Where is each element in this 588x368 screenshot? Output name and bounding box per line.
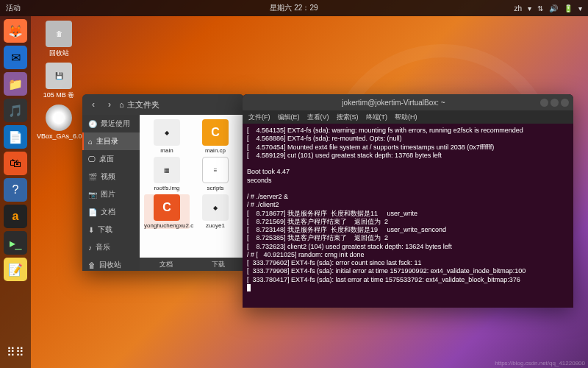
file-main-cp[interactable]: Cmain.cp <box>193 119 238 154</box>
dock-app-files[interactable]: 📁 <box>4 72 27 96</box>
files-sidebar: 🕘最近使用 ⌂主目录 🖵桌面 🎬视频 📷图片 📄文档 ⬇下载 ♪音乐 🗑回收站 … <box>82 115 140 271</box>
desktop-icon-disc[interactable]: VBox_GAs_6.0.12 <box>37 105 81 140</box>
video-icon: 🎬 <box>88 173 97 181</box>
menu-help[interactable]: 帮助(H) <box>395 113 417 122</box>
breadcrumb-label[interactable]: 主文件夹 <box>127 99 159 110</box>
dock-app-help[interactable]: ? <box>4 178 27 202</box>
menu-file[interactable]: 文件(F) <box>248 113 270 122</box>
dock-app-software[interactable]: 🛍 <box>4 152 27 175</box>
home-icon: ⌂ <box>88 138 93 146</box>
sidebar-item-desktop[interactable]: 🖵桌面 <box>82 150 140 168</box>
download-icon: ⬇ <box>88 226 94 234</box>
dock-app-writer[interactable]: 📄 <box>4 125 27 149</box>
music-icon: ♪ <box>88 244 92 252</box>
dock-app-thunderbird[interactable]: ✉ <box>4 46 27 69</box>
volume-icon[interactable]: 🔊 <box>549 4 558 13</box>
files-grid[interactable]: ◆main Cmain.cp ▦rootfs.img ≡scripts Cyon… <box>140 115 244 271</box>
clock-datetime[interactable]: 星期六 22：29 <box>270 3 318 13</box>
indicator-separator: ▾ <box>528 4 531 13</box>
dock-app-terminal[interactable]: ▸_ <box>4 231 27 255</box>
network-icon[interactable]: ⇅ <box>537 4 543 13</box>
top-bar: 活动 星期六 22：29 zh ▾ ⇅ 🔊 🔋 ▾ <box>0 0 588 16</box>
terminal-title: jokertim@jokertim-VirtualBox: ~ <box>342 99 445 107</box>
dock-app-notes[interactable]: 📝 <box>4 258 27 281</box>
files-titlebar[interactable]: ‹ › ⌂主文件夹 <box>82 94 244 115</box>
maximize-button[interactable] <box>551 99 559 107</box>
minimize-button[interactable] <box>540 99 548 107</box>
input-method-indicator[interactable]: zh <box>514 4 522 13</box>
dock-app-firefox[interactable]: 🦊 <box>4 19 27 43</box>
files-window: ‹ › ⌂主文件夹 🕘最近使用 ⌂主目录 🖵桌面 🎬视频 📷图片 📄文档 ⬇下载… <box>82 94 244 271</box>
sidebar-item-home[interactable]: ⌂主目录 <box>82 132 140 150</box>
doc-icon: 📄 <box>88 208 97 216</box>
file-zuoye1[interactable]: ◆zuoye1 <box>193 194 238 229</box>
file-yonghuchengxu2[interactable]: Cyonghuchengxu2.c <box>144 194 190 229</box>
desktop-icon: 🖵 <box>88 155 96 163</box>
terminal-content[interactable]: [ 4.564135] EXT4-fs (sda): warning: moun… <box>243 124 573 308</box>
desktop-icons: 🗑回收站 💾105 MB 卷 VBox_GAs_6.0.12 <box>37 21 81 140</box>
photo-icon: 📷 <box>88 191 97 199</box>
activities-button[interactable]: 活动 <box>6 3 21 13</box>
menu-terminal[interactable]: 终端(T) <box>366 113 388 122</box>
sidebar-item-documents[interactable]: 📄文档 <box>82 203 140 221</box>
nav-forward-button[interactable]: › <box>103 98 116 111</box>
home-icon: ⌂ <box>119 100 124 109</box>
watermark-text: https://blog.csdn.net/qq_41220800 <box>495 360 585 367</box>
close-button[interactable] <box>561 99 569 107</box>
trash-icon: 🗑 <box>88 261 96 269</box>
dock-app-amazon[interactable]: a <box>4 205 27 228</box>
power-icon[interactable]: ▾ <box>578 4 582 13</box>
sidebar-item-trash[interactable]: 🗑回收站 <box>82 256 140 271</box>
menu-edit[interactable]: 编辑(E) <box>278 113 300 122</box>
terminal-titlebar[interactable]: jokertim@jokertim-VirtualBox: ~ <box>243 94 573 110</box>
show-applications-button[interactable]: ⠿⠿ <box>4 340 27 364</box>
dock: 🦊 ✉ 📁 🎵 📄 🛍 ? a ▸_ 📝 ⠿⠿ <box>0 16 31 368</box>
cursor-icon <box>247 284 251 291</box>
sidebar-item-music[interactable]: ♪音乐 <box>82 238 140 256</box>
desktop-icon-trash[interactable]: 🗑回收站 <box>37 21 81 58</box>
file-rootfs[interactable]: ▦rootfs.img <box>144 157 190 191</box>
sidebar-item-videos[interactable]: 🎬视频 <box>82 168 140 185</box>
terminal-window: jokertim@jokertim-VirtualBox: ~ 文件(F) 编辑… <box>243 94 573 308</box>
battery-icon[interactable]: 🔋 <box>564 4 573 13</box>
file-main[interactable]: ◆main <box>144 119 190 154</box>
desktop-icon-drive[interactable]: 💾105 MB 卷 <box>37 63 81 100</box>
file-scripts[interactable]: ≡scripts <box>193 157 238 191</box>
menu-search[interactable]: 搜索(S) <box>337 113 359 122</box>
dock-app-rhythmbox[interactable]: 🎵 <box>4 99 27 122</box>
sidebar-item-recent[interactable]: 🕘最近使用 <box>82 115 140 132</box>
terminal-menubar: 文件(F) 编辑(E) 查看(V) 搜索(S) 终端(T) 帮助(H) <box>243 110 573 124</box>
menu-view[interactable]: 查看(V) <box>307 113 329 122</box>
sidebar-item-pictures[interactable]: 📷图片 <box>82 185 140 203</box>
sidebar-item-downloads[interactable]: ⬇下载 <box>82 221 140 238</box>
files-status-hint: 文档 下载 <box>140 258 244 271</box>
clock-icon: 🕘 <box>88 120 97 128</box>
nav-back-button[interactable]: ‹ <box>87 98 100 111</box>
